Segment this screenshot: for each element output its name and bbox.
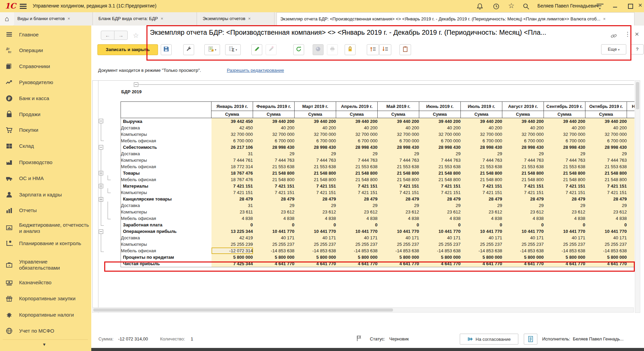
value-cell[interactable]: 6 700 000 — [253, 138, 295, 144]
tab-close-icon[interactable]: × — [248, 16, 251, 21]
horizontal-scrollbar[interactable] — [92, 307, 634, 313]
value-cell[interactable]: 21 553 638 — [295, 163, 336, 170]
value-cell[interactable]: 4 838 — [461, 215, 502, 222]
month-column-header[interactable]: Июль 2019 г. — [461, 102, 502, 111]
value-cell[interactable]: 21 548 800 — [336, 170, 378, 176]
value-cell[interactable]: 40 171 — [461, 235, 502, 241]
month-column-header[interactable]: Январь 2019 г. — [211, 102, 253, 111]
report-table[interactable]: Январь 2019 г.Февраль 2019 г.Март 2019 г… — [121, 101, 634, 267]
month-column-header[interactable]: Май 2019 г. — [378, 102, 419, 111]
value-cell[interactable]: 18 767 476 — [211, 170, 253, 176]
window-close-button[interactable]: × — [638, 1, 642, 9]
tab-close-icon[interactable]: × — [67, 16, 70, 21]
sidebar-item-13[interactable]: Бюджетирование, отчетность и анализ — [5, 222, 89, 234]
value-cell[interactable]: 29 — [627, 202, 635, 209]
value-cell[interactable]: 7 425 344 — [211, 260, 253, 267]
value-cell[interactable]: 10 441 770 — [253, 228, 295, 235]
value-cell[interactable]: 6 700 000 — [627, 138, 635, 144]
value-cell[interactable]: 7 444 763 — [585, 157, 627, 163]
value-cell[interactable]: 21 553 638 — [378, 163, 419, 170]
value-cell[interactable]: 23 612 — [502, 209, 544, 215]
value-cell[interactable]: 23 612 — [461, 209, 502, 215]
sidebar-item-18[interactable]: Корпоративные налоги — [5, 311, 89, 319]
row-label[interactable]: Мебель офисная — [121, 163, 211, 170]
value-cell[interactable]: 32 700 000 — [461, 131, 502, 138]
value-cell[interactable]: 29 — [502, 202, 544, 209]
value-cell[interactable]: 29 — [253, 202, 295, 209]
value-cell[interactable]: 4 838 — [336, 215, 378, 222]
value-cell[interactable]: 4 641 770 — [419, 260, 461, 267]
value-cell[interactable]: 28 998 430 — [585, 144, 627, 150]
value-cell[interactable]: 4 838 — [211, 215, 253, 222]
value-cell[interactable]: 28 998 430 — [502, 144, 544, 150]
main-menu-icon[interactable] — [20, 4, 27, 5]
sidebar-item-10[interactable]: ОС и НМА — [5, 175, 89, 182]
value-cell[interactable]: 6 700 000 — [378, 138, 419, 144]
value-cell[interactable]: 7 444 763 — [253, 157, 295, 163]
value-cell[interactable]: 40 200 — [378, 125, 419, 131]
row-label[interactable]: Мебель офисная — [121, 138, 211, 144]
value-cell[interactable]: 25 255 237 — [461, 241, 502, 248]
horizontal-scrollbar-thumb[interactable] — [93, 308, 393, 312]
print-button[interactable] — [327, 44, 338, 55]
value-cell[interactable]: 40 171 — [627, 235, 635, 241]
notifications-bell-icon[interactable] — [476, 3, 484, 10]
save-and-close-button[interactable]: Записать и закрыть — [97, 44, 158, 55]
value-cell[interactable]: 5 800 000 — [378, 254, 419, 260]
value-cell[interactable]: 32 700 000 — [295, 131, 336, 138]
value-cell[interactable]: 21 553 638 — [336, 163, 378, 170]
value-cell[interactable]: 28 998 430 — [544, 144, 585, 150]
value-cell[interactable]: 23 612 — [378, 209, 419, 215]
value-cell[interactable]: 6 700 000 — [585, 138, 627, 144]
row-label[interactable]: Себестоимость — [121, 144, 211, 150]
value-cell[interactable]: 40 200 — [419, 125, 461, 131]
sidebar-expand-arrow-icon[interactable]: ▼ — [42, 342, 46, 347]
edit-pencil-button[interactable] — [251, 44, 262, 55]
value-cell[interactable]: 6 700 000 — [502, 138, 544, 144]
value-cell[interactable]: 23 612 — [544, 209, 585, 215]
value-cell[interactable]: 31 — [211, 150, 253, 157]
allow-edit-link[interactable]: Разрешить редактирование — [227, 68, 284, 73]
value-cell[interactable]: 5 800 000 — [253, 254, 295, 260]
value-cell[interactable]: 23 612 — [585, 209, 627, 215]
value-cell[interactable]: 40 171 — [378, 235, 419, 241]
value-cell[interactable]: 4 641 770 — [627, 260, 635, 267]
value-cell[interactable]: 29 — [419, 150, 461, 157]
value-cell[interactable]: 32 700 000 — [419, 131, 461, 138]
value-cell[interactable]: 29 — [461, 202, 502, 209]
value-cell[interactable]: 21 553 638 — [461, 163, 502, 170]
document-close-icon[interactable]: × — [635, 30, 639, 38]
value-cell[interactable]: 39 440 200 — [253, 118, 295, 125]
report-table-viewport[interactable]: Январь 2019 г.Февраль 2019 г.Март 2019 г… — [121, 101, 634, 267]
value-cell[interactable]: 0 — [627, 222, 635, 228]
value-cell[interactable]: 4 641 770 — [336, 260, 378, 267]
value-cell[interactable]: 6 700 000 — [461, 138, 502, 144]
month-column-header[interactable]: Август 2019 г. — [502, 102, 544, 111]
value-cell[interactable]: 4 838 — [378, 215, 419, 222]
value-cell[interactable]: 5 800 000 — [461, 254, 502, 260]
move-up-button[interactable] — [367, 44, 379, 55]
value-cell[interactable]: 10 441 770 — [544, 228, 585, 235]
value-cell[interactable]: 6 700 000 — [211, 138, 253, 144]
row-label[interactable]: Компьютеры — [121, 189, 211, 196]
value-cell[interactable]: 32 700 000 — [502, 131, 544, 138]
to-approval-button[interactable]: На согласование — [460, 334, 518, 345]
value-cell[interactable]: 39 440 200 — [585, 118, 627, 125]
row-label[interactable]: Чистая прибыль — [121, 260, 211, 267]
sidebar-item-1[interactable]: Главное — [5, 31, 89, 38]
value-cell[interactable]: 29 — [336, 150, 378, 157]
row-label[interactable]: Товары — [121, 170, 211, 176]
value-cell[interactable]: 0 — [585, 222, 627, 228]
value-cell[interactable]: 39 440 200 — [378, 118, 419, 125]
value-cell[interactable]: 28 998 430 — [336, 144, 378, 150]
value-cell[interactable]: 21 548 800 — [336, 176, 378, 183]
row-label[interactable]: Материалы — [121, 183, 211, 189]
value-cell[interactable]: 10 441 770 — [585, 228, 627, 235]
value-cell[interactable]: 4 838 — [585, 215, 627, 222]
value-cell[interactable]: 21 548 800 — [502, 176, 544, 183]
value-cell[interactable]: 18 772 314 — [211, 163, 253, 170]
value-cell[interactable]: 6 700 000 — [544, 138, 585, 144]
value-cell[interactable]: 40 171 — [502, 235, 544, 241]
value-cell[interactable]: 25 255 239 — [211, 241, 253, 248]
nav-forward-button[interactable]: → — [114, 31, 128, 40]
